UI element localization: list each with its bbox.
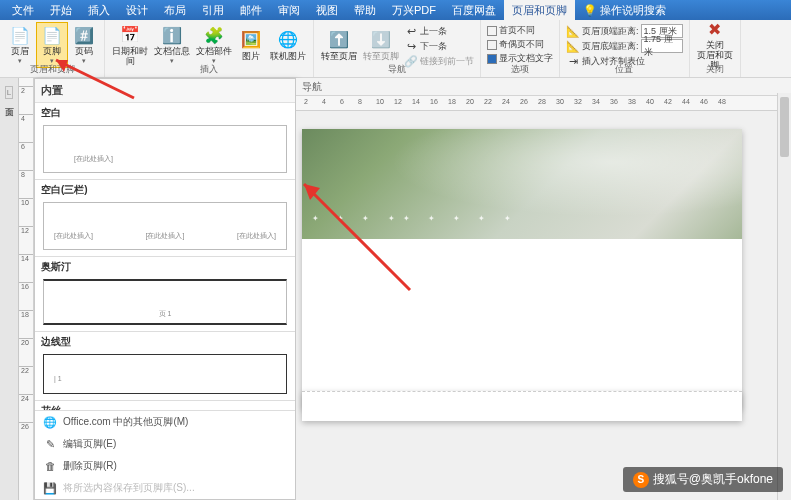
gallery-item-edgeline[interactable]: 边线型 | 1	[35, 332, 295, 401]
gallery-item-blank[interactable]: 空白 [在此处插入]	[35, 103, 295, 180]
header-dist-icon: 📐	[566, 24, 580, 38]
menu-view[interactable]: 视图	[308, 0, 346, 21]
picture-icon: 🖼️	[241, 30, 261, 50]
prev-icon: ↩	[404, 24, 418, 38]
goto-header-icon: ⬆️	[329, 30, 349, 50]
next-icon: ↪	[404, 39, 418, 53]
gallery-item-filigree[interactable]: 花丝 ✦	[35, 401, 295, 410]
menu-baidunetdisk[interactable]: 百度网盘	[444, 0, 504, 21]
picture-button[interactable]: 🖼️图片	[235, 22, 267, 68]
footer-gallery-dropdown: 内置 空白 [在此处插入] 空白(三栏) [在此处插入] [在此处插入] [在此…	[34, 78, 296, 500]
group-caption: 位置	[560, 63, 689, 76]
gallery-body[interactable]: 空白 [在此处插入] 空白(三栏) [在此处插入] [在此处插入] [在此处插入…	[35, 103, 295, 410]
close-header-footer-button[interactable]: ✖关闭 页眉和页脚	[694, 22, 736, 68]
horizontal-ruler: 2468101214161820222426283032343638404244…	[296, 96, 791, 111]
calendar-icon: 📅	[120, 25, 140, 45]
doc-info-button[interactable]: ℹ️文档信息▾	[151, 22, 193, 68]
menu-review[interactable]: 审阅	[270, 0, 308, 21]
parts-icon: 🧩	[204, 25, 224, 45]
gallery-preview: 页 1	[43, 279, 287, 325]
odd-even-diff-check[interactable]: 奇偶页不同	[487, 38, 553, 51]
gallery-edit-footer[interactable]: ✎编辑页脚(E)	[35, 433, 295, 455]
menubar: 文件 开始 插入 设计 布局 引用 邮件 审阅 视图 帮助 万兴PDF 百度网盘…	[0, 0, 791, 20]
edit-icon: ✎	[43, 437, 57, 451]
group-caption: 关闭	[690, 63, 740, 76]
doc-parts-button[interactable]: 🧩文档部件▾	[193, 22, 235, 68]
menu-header-footer[interactable]: 页眉和页脚	[504, 0, 575, 21]
corner-box: L	[5, 86, 13, 99]
gallery-preview: [在此处插入] [在此处插入] [在此处插入]	[43, 202, 287, 250]
footer-dist-icon: 📐	[566, 39, 580, 53]
close-icon: ✖	[705, 20, 725, 39]
gallery-preview: [在此处插入]	[43, 125, 287, 173]
ribbon-group-navigation: ⬆️转至页眉 ⬇️转至页脚 ↩上一条 ↪下一条 🔗链接到前一节 导航	[314, 20, 481, 77]
annotation-arrow	[34, 48, 144, 110]
sohu-icon: S	[633, 472, 649, 488]
gallery-menu: 🌐Office.com 中的其他页脚(M) ✎编辑页脚(E) 🗑删除页脚(R) …	[35, 410, 295, 499]
nav-next[interactable]: ↪下一条	[404, 39, 474, 53]
gallery-item-blank-3col[interactable]: 空白(三栏) [在此处插入] [在此处插入] [在此处插入]	[35, 180, 295, 257]
svg-line-0	[56, 60, 134, 98]
menu-file[interactable]: 文件	[4, 0, 42, 21]
menu-insert[interactable]: 插入	[80, 0, 118, 21]
header-dist-label: 页眉顶端距离:	[582, 25, 639, 38]
checkbox-icon	[487, 40, 497, 50]
menu-help[interactable]: 帮助	[346, 0, 384, 21]
vertical-scrollbar[interactable]	[777, 93, 791, 500]
left-tab-strip: L 页面	[0, 78, 19, 500]
save-icon: 💾	[43, 481, 57, 495]
footer-dist-spinner[interactable]: 1.75 厘米	[641, 39, 683, 53]
goto-footer-icon: ⬇️	[371, 30, 391, 50]
nav-prev[interactable]: ↩上一条	[404, 24, 474, 38]
scroll-thumb[interactable]	[780, 97, 789, 157]
footer-dist-label: 页眉底端距离:	[582, 40, 639, 53]
menu-references[interactable]: 引用	[194, 0, 232, 21]
annotation-arrow	[290, 170, 420, 302]
menu-layout[interactable]: 布局	[156, 0, 194, 21]
checkbox-icon	[487, 54, 497, 64]
watermark: S 搜狐号@奥凯手okfone	[623, 467, 783, 492]
info-icon: ℹ️	[162, 25, 182, 45]
header-icon: 📄	[10, 25, 30, 45]
lightbulb-icon: 💡	[583, 4, 597, 17]
menu-home[interactable]: 开始	[42, 0, 80, 21]
gallery-more-office[interactable]: 🌐Office.com 中的其他页脚(M)	[35, 411, 295, 433]
ribbon-group-position: 📐页眉顶端距离:1.5 厘米 📐页眉底端距离:1.75 厘米 ⇥插入对齐制表位 …	[560, 20, 690, 77]
menu-design[interactable]: 设计	[118, 0, 156, 21]
gallery-item-austin[interactable]: 奥斯汀 页 1	[35, 257, 295, 332]
globe-icon: 🌐	[43, 415, 57, 429]
ribbon-group-close: ✖关闭 页眉和页脚 关闭	[690, 20, 741, 77]
gallery-preview: | 1	[43, 354, 287, 394]
online-picture-button[interactable]: 🌐联机图片	[267, 22, 309, 68]
page-number-icon: #️⃣	[74, 25, 94, 45]
header-button[interactable]: 📄页眉▾	[4, 22, 36, 68]
online-picture-icon: 🌐	[278, 30, 298, 50]
page-break	[302, 391, 742, 421]
tell-me-search[interactable]: 💡操作说明搜索	[575, 0, 674, 21]
menu-wxpdf[interactable]: 万兴PDF	[384, 0, 444, 21]
group-caption: 选项	[481, 63, 559, 76]
remove-icon: 🗑	[43, 459, 57, 473]
gallery-save-selection: 💾将所选内容保存到页脚库(S)...	[35, 477, 295, 499]
footer-icon: 📄	[42, 25, 62, 45]
goto-footer-button[interactable]: ⬇️转至页脚	[360, 22, 402, 68]
nav-pane-header: 导航	[296, 78, 791, 96]
checkbox-icon	[487, 26, 497, 36]
group-caption: 导航	[314, 63, 480, 76]
menu-mailings[interactable]: 邮件	[232, 0, 270, 21]
first-page-diff-check[interactable]: 首页不同	[487, 24, 553, 37]
svg-line-2	[304, 184, 410, 290]
ribbon-group-options: 首页不同 奇偶页不同 显示文档文字 选项	[481, 20, 560, 77]
vertical-ruler: 2468101214161820222426	[19, 78, 34, 500]
goto-header-button[interactable]: ⬆️转至页眉	[318, 22, 360, 68]
gallery-remove-footer[interactable]: 🗑删除页脚(R)	[35, 455, 295, 477]
